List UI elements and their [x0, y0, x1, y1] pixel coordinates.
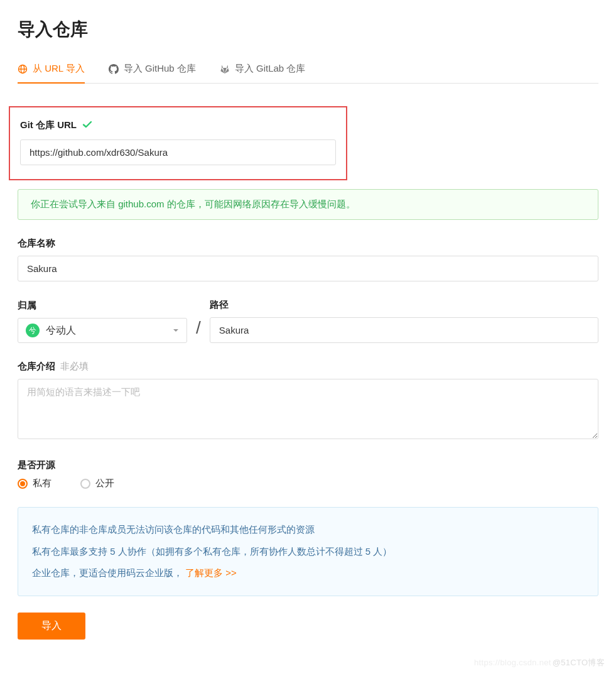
owner-select[interactable]: 兮 兮动人	[18, 318, 187, 343]
checkmark-icon	[82, 119, 93, 132]
radio-label: 私有	[33, 477, 51, 489]
repo-name-input[interactable]	[18, 256, 598, 281]
info-line: 私有仓库最多支持 5 人协作（如拥有多个私有仓库，所有协作人数总计不得超过 5 …	[32, 541, 584, 563]
tab-label: 导入 GitLab 仓库	[235, 63, 306, 75]
radio-public[interactable]: 公开	[80, 477, 114, 489]
chevron-down-icon	[173, 325, 179, 336]
private-info-panel: 私有仓库的非仓库成员无法访问该仓库的代码和其他任何形式的资源 私有仓库最多支持 …	[18, 507, 598, 596]
path-separator: /	[196, 318, 201, 343]
gitlab-icon	[220, 64, 230, 74]
import-button[interactable]: 导入	[18, 613, 85, 640]
owner-name: 兮动人	[46, 324, 76, 337]
tab-import-url[interactable]: 从 URL 导入	[18, 57, 85, 84]
radio-label: 公开	[95, 477, 114, 489]
tab-import-github[interactable]: 导入 GitHub 仓库	[109, 57, 196, 84]
repo-name-label: 仓库名称	[18, 237, 598, 249]
radio-private[interactable]: 私有	[18, 477, 51, 489]
learn-more-link[interactable]: 了解更多 >>	[185, 567, 237, 578]
github-icon	[109, 64, 119, 74]
path-input[interactable]	[210, 317, 598, 343]
tab-import-gitlab[interactable]: 导入 GitLab 仓库	[220, 57, 306, 84]
git-url-label: Git 仓库 URL	[20, 119, 77, 131]
radio-icon	[80, 479, 90, 489]
radio-icon	[18, 479, 28, 489]
visibility-label: 是否开源	[18, 459, 598, 471]
description-label: 仓库介绍	[18, 361, 55, 371]
description-optional: 非必填	[60, 361, 89, 371]
page-title: 导入仓库	[18, 18, 598, 41]
owner-label: 归属	[18, 300, 187, 312]
alert-import-slow: 你正在尝试导入来自 github.com 的仓库，可能因网络原因存在导入缓慢问题…	[18, 189, 598, 220]
globe-icon	[18, 64, 28, 74]
import-tabs: 从 URL 导入 导入 GitHub 仓库 导入 GitLab 仓库	[18, 57, 598, 84]
git-url-highlight: Git 仓库 URL	[9, 106, 347, 180]
info-line-enterprise: 企业仓库，更适合使用码云企业版， 了解更多 >>	[32, 562, 584, 584]
git-url-input[interactable]	[20, 139, 336, 165]
description-textarea[interactable]	[18, 379, 598, 439]
owner-avatar: 兮	[26, 324, 40, 337]
path-label: 路径	[210, 299, 598, 311]
tab-label: 导入 GitHub 仓库	[124, 63, 196, 75]
tab-label: 从 URL 导入	[33, 63, 85, 75]
info-line: 私有仓库的非仓库成员无法访问该仓库的代码和其他任何形式的资源	[32, 519, 584, 541]
